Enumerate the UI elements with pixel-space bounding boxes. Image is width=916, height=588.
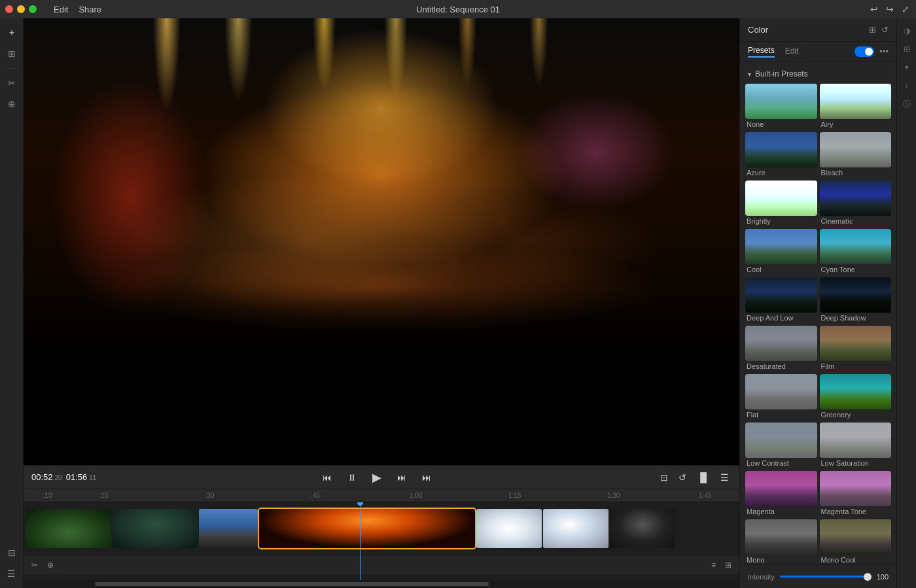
preset-low-saturation[interactable]: Low Saturation — [820, 423, 892, 468]
timeline-cut-button[interactable]: ✂ — [29, 559, 41, 571]
preset-mono[interactable]: Mono — [745, 519, 817, 564]
intensity-bar: Intensity 100 — [740, 564, 896, 588]
panel-more-icon[interactable]: ••• — [879, 46, 889, 56]
go-to-end-button[interactable]: ⏭ — [419, 470, 434, 485]
preset-desaturated-label: Desaturated — [745, 362, 817, 372]
tab-edit[interactable]: Edit — [785, 46, 799, 57]
intensity-slider[interactable] — [780, 576, 868, 578]
close-button[interactable] — [5, 5, 13, 13]
preset-azure[interactable]: Azure — [745, 132, 817, 178]
color-panel: Color ⊞ ↺ Presets Edit ••• ▾ Built-in Pr… — [739, 18, 896, 588]
clip-1[interactable] — [26, 509, 111, 548]
fit-to-window-button[interactable]: ⊡ — [658, 470, 671, 485]
tab-presets[interactable]: Presets — [748, 46, 775, 58]
audio-button[interactable]: ▐▌ — [694, 470, 713, 485]
maximize-button[interactable] — [29, 5, 37, 13]
panel-header: Color ⊞ ↺ — [740, 18, 896, 42]
preset-cyan-tone-thumb — [820, 229, 892, 264]
menu-share[interactable]: Share — [79, 5, 101, 14]
sidebar-tools-icon[interactable]: ⊟ — [3, 544, 21, 562]
preset-none-thumb — [745, 84, 817, 119]
preset-deep-and-low[interactable]: Deep And Low — [745, 277, 817, 323]
preset-greenery[interactable]: Greenery — [820, 374, 892, 420]
preset-magenta-thumb — [745, 471, 817, 506]
preset-film-thumb — [820, 326, 892, 361]
sidebar-add-icon[interactable]: ＋ — [3, 24, 21, 42]
panel-inspect-icon[interactable]: ⊞ — [869, 25, 876, 35]
far-right-info-icon[interactable]: ⓘ — [900, 97, 914, 111]
far-right-adjust-icon[interactable]: ⊞ — [900, 42, 914, 56]
preset-cyan-tone[interactable]: Cyan Tone — [820, 229, 892, 275]
menu-edit[interactable]: Edit — [54, 5, 68, 14]
preset-flat-label: Flat — [745, 411, 817, 420]
sidebar-cut-icon[interactable]: ✂ — [3, 74, 21, 92]
window-title: Untitled: Sequence 01 — [416, 5, 500, 14]
timeline-tracks — [24, 502, 739, 555]
playback-right: ⊡ ↺ ▐▌ ☰ — [658, 470, 731, 485]
fullscreen-button[interactable]: ⤢ — [900, 3, 911, 16]
presets-section: ▾ Built-in Presets None Airy — [740, 61, 896, 564]
preset-magenta-tone[interactable]: Magenta Tone — [820, 471, 892, 517]
step-back-button[interactable]: ⏸ — [345, 470, 359, 485]
preset-low-contrast[interactable]: Low Contrast — [745, 423, 817, 468]
timeline-snap-button[interactable]: ⊞ — [722, 559, 734, 571]
preset-bleach-label: Bleach — [820, 169, 892, 178]
step-forward-button[interactable]: ⏭ — [395, 470, 409, 485]
ruler-mark: :15 — [99, 492, 109, 499]
preset-brightly[interactable]: Brightly — [745, 181, 817, 226]
section-chevron-icon: ▾ — [748, 71, 751, 78]
timeline-scrollbar-thumb[interactable] — [95, 582, 489, 586]
preset-flat[interactable]: Flat — [745, 374, 817, 420]
panel-reset-icon[interactable]: ↺ — [881, 25, 889, 35]
clip-5[interactable] — [476, 509, 542, 548]
settings-button[interactable]: ☰ — [718, 470, 731, 485]
preset-airy[interactable]: Airy — [820, 84, 892, 130]
minimize-button[interactable] — [17, 5, 25, 13]
preset-magenta[interactable]: Magenta — [745, 471, 817, 517]
preset-cool[interactable]: Cool — [745, 229, 817, 275]
timeline-area[interactable]: ✂ ⊕ ≡ ⊞ — [24, 502, 739, 580]
preset-bleach-thumb — [820, 132, 892, 167]
undo-button[interactable]: ↩ — [869, 3, 879, 16]
panel-header-icons: ⊞ ↺ — [869, 25, 889, 35]
clip-3[interactable] — [199, 509, 258, 548]
redo-button[interactable]: ↪ — [885, 3, 895, 16]
preset-cinematic-label: Cinematic — [820, 217, 892, 226]
preset-brightly-thumb — [745, 181, 817, 216]
loop-button[interactable]: ↺ — [676, 470, 689, 485]
go-to-start-button[interactable]: ⏮ — [320, 470, 334, 485]
preset-greenery-thumb — [820, 374, 892, 409]
preset-cool-label: Cool — [745, 266, 817, 275]
preset-mono-cool[interactable]: Mono Cool — [820, 519, 892, 564]
preset-film[interactable]: Film — [820, 326, 892, 372]
preset-magenta-tone-label: Magenta Tone — [820, 508, 892, 517]
play-button[interactable]: ▶ — [370, 468, 384, 487]
left-sidebar: ＋ ⊞ ✂ ⊕ ⊟ ☰ — [0, 18, 24, 588]
far-right-effects-icon[interactable]: ✦ — [900, 60, 914, 75]
preset-mono-cool-label: Mono Cool — [820, 556, 892, 564]
toggle-switch[interactable] — [854, 46, 874, 57]
timeline-blade-button[interactable]: ⊕ — [44, 559, 56, 571]
timeline-scrollbar-area[interactable] — [24, 580, 739, 588]
clip-6[interactable] — [543, 509, 608, 548]
far-right-audio-icon[interactable]: ♪ — [900, 78, 914, 93]
clip-7[interactable] — [610, 509, 675, 548]
crowd-silhouette — [24, 286, 739, 465]
sidebar-library-icon[interactable]: ⊞ — [3, 44, 21, 63]
preset-cinematic[interactable]: Cinematic — [820, 181, 892, 226]
preset-flat-thumb — [745, 374, 817, 409]
preset-deep-shadow[interactable]: Deep Shadow — [820, 277, 892, 323]
preset-desaturated[interactable]: Desaturated — [745, 326, 817, 372]
preset-bleach[interactable]: Bleach — [820, 132, 892, 178]
preset-none[interactable]: None — [745, 84, 817, 130]
clip-2[interactable] — [113, 509, 198, 548]
intensity-slider-thumb[interactable] — [864, 573, 872, 581]
sidebar-attach-icon[interactable]: ⊕ — [3, 95, 21, 113]
clip-4-concert[interactable] — [259, 509, 475, 548]
timeline-zoom-button[interactable]: ≡ — [709, 559, 718, 571]
preset-deep-shadow-thumb — [820, 277, 892, 313]
far-right-color-icon[interactable]: ◑ — [900, 24, 914, 38]
sidebar-list-icon[interactable]: ☰ — [3, 564, 21, 583]
center-area: 00:52 20 01:56 11 ⏮ ⏸ ▶ ⏭ ⏭ ⊡ ↺ ▐▌ ☰ — [24, 18, 739, 588]
section-header[interactable]: ▾ Built-in Presets — [740, 67, 896, 81]
